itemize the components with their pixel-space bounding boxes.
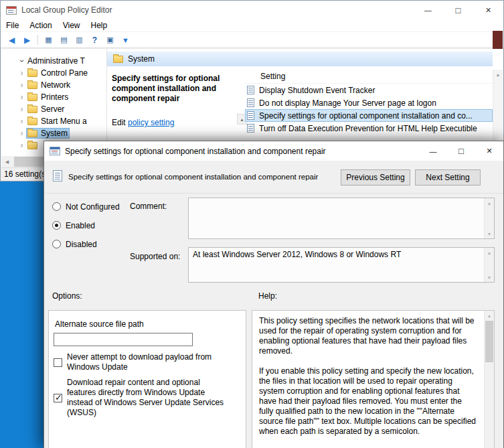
setting-row[interactable]: Display Shutdown Event Tracker (245, 84, 493, 96)
filter-button[interactable]: ▼ (118, 33, 133, 47)
back-button[interactable]: ◀ (4, 33, 19, 47)
checkbox-unchecked-icon[interactable] (54, 358, 62, 367)
export-list-icon: ▤ (60, 35, 67, 44)
checkbox-label: Never attempt to download payload from W… (67, 352, 224, 372)
setting-row[interactable]: Do not display Manage Your Server page a… (245, 96, 493, 109)
extended-view-button[interactable]: ▣ (102, 33, 118, 47)
radio-enabled[interactable]: Enabled (52, 220, 95, 230)
help-icon: ? (92, 35, 97, 45)
chevron-right-icon[interactable] (17, 129, 26, 138)
chevron-right-icon[interactable] (17, 141, 26, 150)
menu-action[interactable]: Action (24, 21, 57, 30)
tree-item-label: System (41, 129, 68, 138)
edit-policy-setting-link[interactable]: policy setting (128, 118, 174, 127)
scroll-up-icon[interactable] (485, 248, 494, 257)
help-paragraph: This policy setting specifies the networ… (259, 316, 477, 356)
policy-doc-icon (247, 98, 254, 107)
tree-item-server[interactable]: Server (1, 103, 106, 115)
help-paragraph: If you enable this policy setting and sp… (259, 366, 477, 437)
maximize-icon[interactable] (447, 141, 475, 161)
radio-label: Not Configured (66, 202, 120, 212)
comment-scrollbar[interactable] (484, 198, 494, 238)
folder-icon (27, 70, 37, 77)
radio-disabled[interactable]: Disabled (52, 239, 97, 249)
help-scrollbar[interactable] (484, 311, 494, 448)
chevron-down-icon[interactable] (17, 57, 27, 66)
scroll-down-icon[interactable] (485, 229, 494, 238)
alternate-source-path-input[interactable] (54, 333, 193, 346)
setting-label: Specify settings for optional component … (259, 111, 473, 121)
scroll-up-icon[interactable] (485, 311, 494, 320)
next-setting-button[interactable]: Next Setting (415, 169, 481, 185)
tree-item-administrative-templates[interactable]: Administrative T (1, 55, 106, 67)
supported-on-box: At least Windows Server 2012, Windows 8 … (188, 247, 495, 283)
supported-on-value: At least Windows Server 2012, Windows 8 … (189, 248, 484, 282)
checkbox-checked-icon[interactable] (54, 394, 62, 402)
column-header-setting[interactable]: Setting (245, 70, 493, 84)
chevron-right-icon[interactable] (17, 68, 26, 78)
tree-item-label: Control Pane (41, 68, 88, 78)
gpe-toolbar: ◀ ▶ ▦ ▤ ▥ ? ▣ ▼ (1, 32, 503, 48)
supported-scrollbar[interactable] (484, 248, 494, 282)
minimize-icon[interactable] (413, 1, 443, 19)
pane-header-label: System (128, 54, 155, 64)
scroll-up-icon[interactable] (493, 70, 503, 80)
tree-item-network[interactable]: Network (1, 79, 106, 91)
radio-label: Enabled (66, 221, 95, 230)
never-download-checkbox-row[interactable]: Never attempt to download payload from W… (54, 352, 224, 372)
tree-item-label: Server (41, 104, 64, 114)
chevron-right-icon[interactable] (17, 104, 26, 114)
dialog-titlebar: Specify settings for optional component … (44, 141, 503, 161)
setting-row[interactable]: Turn off Data Execution Prevention for H… (245, 122, 493, 135)
policy-doc-icon (247, 111, 254, 120)
extended-view-icon: ▣ (106, 35, 113, 44)
help-label: Help: (258, 291, 277, 301)
forward-icon: ▶ (24, 35, 30, 45)
tree-item-control-panel[interactable]: Control Pane (1, 67, 106, 79)
minimize-icon[interactable] (419, 141, 447, 161)
help-panel: This policy setting specifies the networ… (252, 310, 495, 448)
setting-description-title: Specify settings for optional component … (112, 74, 236, 104)
setting-label: Display Shutdown Event Tracker (259, 86, 375, 95)
show-console-tree-button[interactable]: ▦ (41, 33, 56, 47)
menu-help[interactable]: Help (86, 21, 113, 30)
maximize-icon[interactable] (443, 1, 473, 19)
tree-item-printers[interactable]: Printers (1, 91, 106, 103)
menu-view[interactable]: View (58, 21, 86, 30)
options-panel: Alternate source file path Never attempt… (48, 310, 246, 448)
dialog-app-icon (50, 147, 60, 155)
comment-textarea[interactable] (188, 198, 495, 239)
radio-icon[interactable] (52, 240, 61, 248)
folder-icon (113, 56, 123, 63)
menu-file[interactable]: File (1, 21, 24, 30)
tree-item-label: Printers (41, 92, 68, 102)
scroll-left-icon[interactable] (1, 156, 13, 167)
export-list-button[interactable]: ▤ (56, 33, 72, 47)
help-button[interactable]: ? (87, 33, 102, 47)
radio-not-configured[interactable]: Not Configured (52, 202, 120, 212)
radio-checked-icon[interactable] (52, 221, 61, 230)
folder-icon (27, 82, 37, 89)
tree-item-start-menu[interactable]: Start Menu a (1, 115, 106, 127)
properties-button[interactable]: ▥ (72, 33, 87, 47)
setting-row-selected[interactable]: Specify settings for optional component … (245, 109, 493, 122)
scroll-down-icon[interactable] (485, 273, 494, 282)
close-icon[interactable] (475, 141, 503, 161)
chevron-right-icon[interactable] (17, 80, 26, 90)
previous-setting-button[interactable]: Previous Setting (341, 169, 410, 185)
close-icon[interactable] (473, 1, 503, 19)
scroll-up-icon[interactable] (485, 198, 494, 208)
folder-icon (27, 130, 37, 137)
supported-on-label: Supported on: (130, 252, 180, 261)
dialog-title: Specify settings for optional component … (65, 147, 326, 156)
comment-value[interactable] (189, 198, 484, 238)
policy-doc-icon (53, 170, 62, 181)
chevron-right-icon[interactable] (17, 92, 26, 102)
scrollbar-thumb[interactable] (485, 321, 493, 362)
wsus-checkbox-row[interactable]: Download repair content and optional fea… (54, 378, 228, 418)
chevron-right-icon[interactable] (17, 117, 26, 126)
tree-item-label: Start Menu a (41, 117, 87, 126)
tree-item-system[interactable]: System (1, 127, 106, 139)
radio-icon[interactable] (52, 202, 61, 211)
forward-button[interactable]: ▶ (19, 33, 35, 47)
